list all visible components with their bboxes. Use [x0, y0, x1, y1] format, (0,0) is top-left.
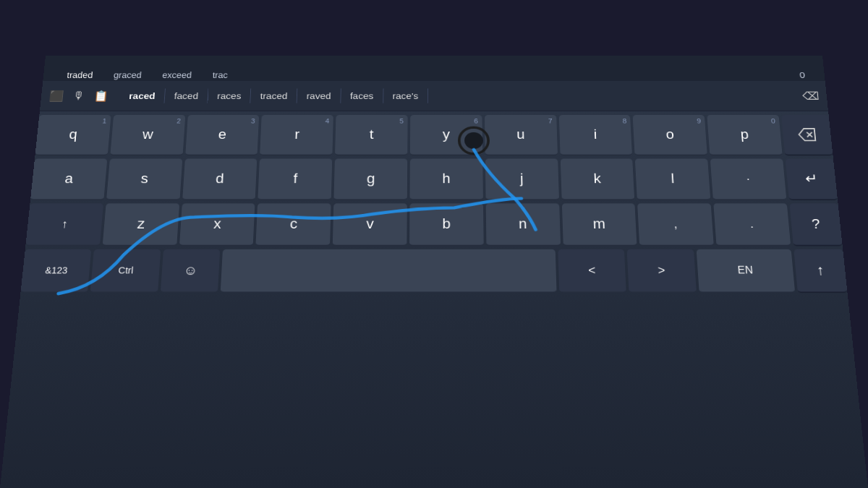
mic-icon[interactable]: 🎙	[72, 90, 85, 102]
key-l[interactable]: l	[635, 158, 710, 200]
top-suggestions-bar: traded graced exceed trac 0	[43, 56, 825, 81]
key-row-1: 1q 2w 3e 4r 5t 6y 7u 8i 9o 0p	[35, 115, 782, 155]
key-backspace[interactable]	[781, 115, 833, 155]
toolbar-icons: ⬛ 🎙 📋	[48, 90, 109, 103]
key-p[interactable]: 0p	[707, 115, 783, 155]
key-numbers[interactable]: &123	[20, 249, 91, 293]
keyboard-body: 1q 2w 3e 4r 5t 6y 7u 8i 9o 0p a s d f g …	[20, 111, 848, 296]
suggestions-right: ⌫	[801, 90, 819, 103]
key-g[interactable]: g	[334, 158, 408, 200]
key-a[interactable]: a	[30, 158, 107, 200]
key-f[interactable]: f	[258, 158, 333, 200]
top-suggestion-graced[interactable]: graced	[103, 71, 152, 80]
key-v[interactable]: v	[333, 203, 407, 246]
key-b[interactable]: b	[409, 203, 483, 246]
key-period[interactable]: .	[713, 203, 791, 246]
key-q[interactable]: 1q	[35, 115, 111, 155]
language-indicator: 0	[793, 70, 812, 80]
suggestion-raced[interactable]: raced	[119, 88, 166, 103]
backspace-suggestion-icon[interactable]: ⌫	[801, 90, 819, 103]
suggestion-faces[interactable]: faces	[341, 88, 383, 103]
key-shift-right[interactable]: ↑	[793, 249, 847, 293]
key-s[interactable]: s	[106, 158, 182, 200]
top-suggestion-trac[interactable]: trac	[202, 71, 239, 80]
monitor-icon[interactable]: ⬛	[48, 90, 64, 103]
key-u[interactable]: 7u	[485, 115, 558, 155]
key-x[interactable]: x	[179, 203, 255, 246]
main-keys: 1q 2w 3e 4r 5t 6y 7u 8i 9o 0p a s d f g …	[20, 115, 796, 296]
suggestions-bar: ⬛ 🎙 📋 raced faced races traced raved fac…	[40, 81, 828, 111]
key-apostrophe[interactable]: ·	[710, 158, 786, 200]
key-space[interactable]	[221, 249, 556, 293]
key-ctrl[interactable]: Ctrl	[90, 249, 161, 293]
key-row-4: &123 Ctrl ☺ < > EN	[20, 249, 795, 293]
key-r[interactable]: 4r	[260, 115, 334, 155]
top-suggestion-exceed[interactable]: exceed	[152, 71, 203, 80]
key-d[interactable]: d	[182, 158, 258, 200]
key-y[interactable]: 6y	[410, 115, 482, 155]
key-o[interactable]: 9o	[633, 115, 707, 155]
key-lang[interactable]: EN	[696, 249, 795, 293]
key-enter[interactable]: ↵	[786, 158, 838, 200]
top-suggestion-traded[interactable]: traded	[56, 71, 104, 80]
key-comma[interactable]: ,	[637, 203, 714, 246]
key-k[interactable]: k	[560, 158, 634, 200]
suggestion-races-apos[interactable]: race's	[383, 88, 428, 103]
key-n[interactable]: n	[485, 203, 560, 246]
key-w[interactable]: 2w	[110, 115, 185, 155]
key-e[interactable]: 3e	[185, 115, 260, 155]
key-z[interactable]: z	[102, 203, 179, 246]
key-t[interactable]: 5t	[335, 115, 407, 155]
suggestion-traced[interactable]: traced	[251, 88, 298, 103]
shift-key[interactable]: ↑	[25, 203, 103, 246]
suggestion-races[interactable]: races	[208, 88, 252, 103]
key-emoji[interactable]: ☺	[161, 249, 221, 293]
keyboard-container: traded graced exceed trac 0 ⬛ 🎙 📋 raced …	[0, 56, 868, 488]
key-arrow-left[interactable]: <	[558, 249, 626, 293]
key-arrow-right[interactable]: >	[627, 249, 697, 293]
key-question[interactable]: ?	[789, 203, 842, 246]
clipboard-icon[interactable]: 📋	[93, 90, 109, 103]
suggestion-raved[interactable]: raved	[297, 88, 341, 103]
key-c[interactable]: c	[256, 203, 331, 246]
key-h[interactable]: h	[410, 158, 483, 200]
key-m[interactable]: m	[561, 203, 637, 246]
key-i[interactable]: 8i	[558, 115, 632, 155]
key-row-3: ↑ z x c v b n m , .	[25, 203, 791, 246]
suggestions-list: raced faced races traced raved faces rac…	[119, 88, 803, 103]
suggestion-faced[interactable]: faced	[164, 88, 208, 103]
key-row-2: a s d f g h j k l ·	[30, 158, 786, 200]
key-j[interactable]: j	[485, 158, 559, 200]
